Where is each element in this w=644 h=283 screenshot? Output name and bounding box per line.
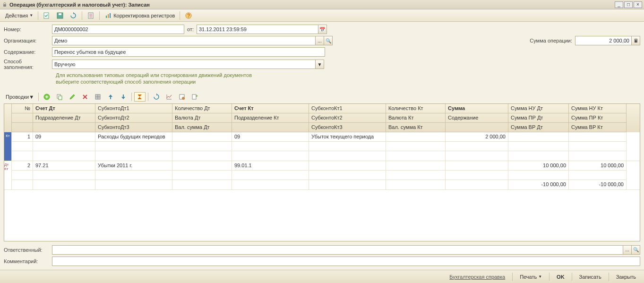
col-qty-kt[interactable]: Количество Кт — [386, 104, 446, 113]
row-marker: Дт Кт — [4, 161, 12, 189]
org-select-button[interactable]: ... — [316, 36, 324, 45]
sigma-button[interactable] — [134, 92, 146, 102]
plus-circle-icon — [43, 93, 51, 101]
calculator-icon: 🖩 — [634, 38, 638, 43]
add-row-button[interactable] — [41, 92, 52, 102]
chart-line-icon — [165, 93, 173, 101]
org-input[interactable]: Демо — [52, 36, 316, 45]
lock-icon — [2, 2, 8, 8]
chart-icon — [104, 12, 112, 19]
delete-row-button[interactable] — [79, 92, 91, 102]
svg-rect-8 — [106, 16, 107, 18]
content-input[interactable]: Перенос убытков на будущее — [52, 47, 325, 57]
save-button[interactable] — [54, 11, 66, 20]
x-icon — [81, 93, 89, 101]
main-toolbar: Действия ▼ Корректировка регистров ? — [0, 9, 644, 22]
grid-toolbar: Проводки ▼ — [0, 91, 644, 103]
date-input[interactable]: 31.12.2011 23:59:59 — [197, 25, 318, 34]
report-button[interactable] — [85, 11, 97, 20]
form-area: Номер: ДМ000000002 от: 31.12.2011 23:59:… — [0, 22, 644, 91]
table-row[interactable]: Кт 1 09 Расходы будущих периодов 09 Убыт… — [4, 132, 640, 161]
svg-rect-3 — [59, 13, 61, 15]
responsible-select-button[interactable]: ... — [623, 245, 632, 255]
svg-rect-21 — [192, 94, 196, 99]
responsible-input[interactable] — [52, 245, 623, 255]
document-check-icon — [43, 12, 51, 19]
chevron-down-icon: ▼ — [29, 13, 33, 17]
settings-grid-button[interactable] — [176, 92, 188, 102]
close-footer-button[interactable]: Закрыть — [612, 272, 640, 282]
svg-rect-0 — [3, 4, 6, 7]
copy-row-button[interactable] — [54, 92, 65, 102]
col-sum[interactable]: Сумма — [446, 104, 508, 113]
refresh-button[interactable] — [67, 11, 79, 20]
minimize-button[interactable]: _ — [615, 1, 623, 8]
col-sub-kt1[interactable]: СубконтоКт1 — [309, 104, 386, 113]
ok-button[interactable]: OK — [552, 272, 569, 282]
col-n[interactable]: № — [12, 104, 33, 113]
post-button[interactable] — [41, 11, 53, 20]
sum-input[interactable]: 2 000,00 — [575, 36, 632, 45]
col-sum-nu-kt[interactable]: Сумма НУ Кт — [569, 104, 627, 113]
actions-menu[interactable]: Действия ▼ — [3, 11, 35, 20]
grid-icon-button[interactable] — [92, 92, 103, 102]
comment-input[interactable] — [52, 257, 640, 266]
col-sub-dt1[interactable]: СубконтоДт1 — [95, 104, 172, 113]
refresh-grid-button[interactable] — [151, 92, 162, 102]
comment-label: Комментарий: — [4, 258, 52, 264]
export-button[interactable] — [189, 92, 200, 102]
method-label: Способ заполнения: — [4, 59, 52, 70]
date-label: от: — [187, 26, 194, 32]
footer-bar: Бухгалтерская справка Печать▼ OK Записат… — [0, 270, 644, 283]
svg-text:?: ? — [188, 13, 190, 18]
number-label: Номер: — [4, 26, 52, 32]
print-menu[interactable]: Печать▼ — [515, 272, 546, 282]
chevron-down-icon: ▼ — [538, 274, 542, 279]
report-link[interactable]: Бухгалтерская справка — [445, 272, 509, 282]
method-dropdown-button[interactable]: ▼ — [316, 60, 324, 69]
gear-grid-icon — [178, 93, 186, 101]
copy-icon — [56, 93, 63, 101]
chevron-down-icon: ▼ — [29, 94, 34, 100]
chart-button[interactable] — [163, 92, 175, 102]
svg-rect-10 — [110, 13, 111, 18]
col-acct-dt[interactable]: Счет Дт — [33, 104, 95, 113]
calendar-icon: 📅 — [319, 27, 325, 32]
search-icon: 🔍 — [326, 38, 331, 43]
col-acct-kt[interactable]: Счет Кт — [232, 104, 309, 113]
sum-label: Сумма операции: — [530, 38, 572, 43]
date-picker-button[interactable]: 📅 — [318, 25, 327, 34]
export-icon — [191, 93, 198, 101]
entries-grid: № Счет ДтПодразделение Дт СубконтоДт1Суб… — [4, 103, 640, 241]
responsible-search-button[interactable]: 🔍 — [632, 245, 640, 255]
org-search-button[interactable]: 🔍 — [324, 36, 333, 45]
report-icon — [87, 12, 94, 19]
grid-body[interactable]: Кт 1 09 Расходы будущих периодов 09 Убыт… — [4, 132, 640, 241]
entries-label: Проводки — [6, 94, 29, 100]
number-input[interactable]: ДМ000000002 — [52, 25, 184, 34]
edit-row-button[interactable] — [67, 92, 78, 102]
window-title: Операция (бухгалтерский и налоговый учет… — [9, 2, 615, 8]
sum-calc-button[interactable]: 🖩 — [632, 36, 640, 45]
bottom-form: Ответственный: ... 🔍 Комментарий: — [0, 242, 644, 271]
refresh-icon — [153, 93, 160, 101]
entries-menu[interactable]: Проводки ▼ — [4, 92, 36, 102]
sigma-icon — [136, 93, 144, 101]
help-button[interactable]: ? — [182, 11, 195, 20]
col-qty-dt[interactable]: Количество Дт — [172, 104, 232, 113]
row-marker: Кт — [4, 132, 12, 161]
move-up-button[interactable] — [105, 92, 116, 102]
col-sum-nu-dt[interactable]: Сумма НУ Дт — [508, 104, 569, 113]
arrow-up-icon — [107, 93, 114, 101]
move-down-button[interactable] — [118, 92, 129, 102]
maximize-button[interactable]: □ — [624, 1, 633, 8]
responsible-label: Ответственный: — [4, 247, 52, 253]
method-select[interactable]: Вручную — [52, 60, 316, 69]
close-button[interactable]: × — [634, 1, 642, 8]
titlebar: Операция (бухгалтерский и налоговый учет… — [0, 0, 644, 9]
save-footer-button[interactable]: Записать — [575, 272, 606, 282]
correction-label: Корректировка регистров — [113, 13, 175, 18]
svg-rect-15 — [59, 96, 62, 100]
table-row[interactable]: Дт Кт 2 97.21 Убытки 2011 г. 99.01.1 10 … — [4, 161, 640, 190]
correction-button[interactable]: Корректировка регистров — [102, 11, 177, 20]
